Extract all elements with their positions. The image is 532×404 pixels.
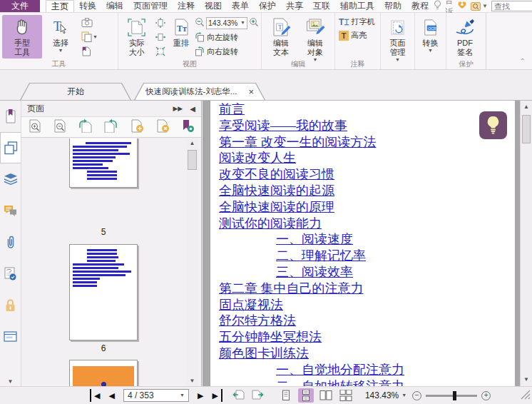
close-tab-icon[interactable]: × [248,87,254,96]
convert-button[interactable]: OCR 转换 ▼ [417,15,444,55]
scrollbar-thumb[interactable] [522,115,531,143]
zoom-in-icon[interactable] [249,17,259,29]
menu-item[interactable]: 表单 [227,0,254,12]
zoom-slider-knob[interactable] [453,391,456,400]
attachments-panel-icon[interactable] [0,226,21,258]
toc-link[interactable]: 前言 [219,101,245,118]
scroll-down-icon[interactable]: ▼ [186,376,198,386]
menu-item[interactable]: 转换 [74,0,101,12]
toc-link[interactable]: 五分钟静坐冥想法 [219,329,322,345]
facing-layout-icon[interactable] [318,388,334,403]
page-number-combobox[interactable]: 4 / 353 ▼ [123,389,189,402]
next-view-icon[interactable] [252,389,264,403]
menu-item[interactable]: 文件 [0,0,40,12]
toc-link[interactable]: 改变不良的阅读习惯 [219,166,334,183]
new-page-icon[interactable] [131,119,144,135]
toc-link[interactable]: 二、理解记忆率 [276,248,366,264]
toc-link[interactable]: 一、自觉地分配注意力 [276,362,404,378]
rotate-page-left-icon[interactable] [78,119,92,135]
edit-object-button[interactable]: 编辑对象 ▼ [298,15,332,64]
snapshot-search-icon[interactable]: ▼ [471,1,488,11]
toc-link[interactable]: 阅读改变人生 [219,150,296,166]
digital-signature-panel-icon[interactable] [0,258,21,289]
menu-item[interactable]: 教程 [406,0,434,12]
find-input[interactable] [491,1,532,11]
page-thumbnail-5[interactable] [69,138,138,188]
zoom-level-combobox[interactable]: 143.43% ▼ [206,17,247,29]
menu-item[interactable]: 注释 [173,0,200,12]
last-page-button[interactable]: ▶ [208,389,222,402]
fit-width-icon[interactable] [154,31,167,43]
menu-item[interactable]: 视图 [200,0,227,12]
snapshot-camera-icon[interactable] [80,16,99,29]
tab-start[interactable]: 开始 [20,83,131,100]
panel-expand-icon[interactable]: ▶▶ [173,105,183,112]
zoom-out-button[interactable]: − [412,391,421,400]
delete-page-icon[interactable] [156,119,170,135]
toc-link[interactable]: 舒尔特方格法 [219,313,296,329]
menu-item[interactable]: 辅助工具 [335,0,379,12]
page-thumbnail-7[interactable] [69,360,138,386]
scroll-down-icon[interactable]: ▼ [521,375,532,385]
dropdown-caret-icon[interactable]: ▼ [401,393,406,398]
actual-size-button[interactable]: 实际大小 [121,15,153,59]
continuous-layout-icon[interactable] [298,388,314,403]
menu-item[interactable]: 帮助 [379,0,406,12]
panel-collapse-icon[interactable]: ◀ [190,105,195,113]
assistant-button[interactable] [479,111,507,139]
previous-view-icon[interactable] [232,389,245,403]
more-panels-icon[interactable]: ▼ [0,377,21,386]
toc-link[interactable]: 享受阅读——我的故事 [219,118,347,134]
highlight-button[interactable]: T 高亮 [337,29,368,42]
toc-link[interactable]: 固点凝视法 [219,297,283,313]
collapse-ribbon-icon[interactable]: ⌃ [520,57,526,65]
bookmark-flag-icon[interactable] [80,45,99,57]
thumbnail-scrollbar[interactable]: ▲ ▼ [186,138,198,386]
edit-text-button[interactable]: T 编辑文本 [264,15,298,59]
status-zoom-value[interactable]: 143.43% [365,390,399,400]
menu-item[interactable]: 保护 [254,0,281,12]
facing-continuous-layout-icon[interactable] [338,388,354,403]
fit-page-icon[interactable] [154,16,167,29]
rotate-left-button[interactable]: 向左旋转 [195,31,259,44]
comments-panel-icon[interactable] [0,195,21,226]
thumbnail-zoom-in-icon[interactable] [29,119,41,135]
zoom-in-button[interactable]: + [481,391,491,400]
single-page-layout-icon[interactable] [278,388,294,403]
reflow-button[interactable]: Tт 重排 [168,15,195,49]
hand-tool-button[interactable]: 手型工具 [2,15,42,59]
select-tool-button[interactable]: T 选择 ▼ [42,15,79,55]
toc-link[interactable]: 第一章 改变一生的阅读方法 [219,134,377,151]
heart-donate-icon[interactable] [457,1,467,11]
previous-page-button[interactable]: ◀ [104,389,118,402]
rotate-page-right-icon[interactable] [104,119,118,135]
rotate-right-button[interactable]: 向右旋转 [195,45,259,58]
next-page-button[interactable]: ▶ [193,389,208,402]
layers-panel-icon[interactable] [0,163,21,195]
toc-link[interactable]: 一、阅读速度 [276,231,353,248]
menu-item[interactable]: 编辑 [101,0,128,12]
menu-item[interactable]: 主页 [46,0,74,12]
fit-visible-icon[interactable] [154,45,167,57]
bookmarks-panel-icon[interactable] [0,101,21,132]
toc-link[interactable]: 三、阅读效率 [276,264,353,281]
toc-link[interactable]: 全脑快速阅读的起源 [219,183,334,199]
toc-link[interactable]: 颜色图卡训练法 [219,345,309,362]
lightbulb-idea-icon[interactable] [434,0,441,12]
zoom-out-icon[interactable] [195,17,205,29]
scrollbar-thumb[interactable] [188,150,197,170]
scroll-up-icon[interactable]: ▲ [186,138,198,148]
toc-link[interactable]: 第二章 集中自己的注意力 [219,281,364,297]
paste-clipboard-icon[interactable]: ▼ [80,31,99,43]
page-manage-button[interactable]: 页面管理 ▼ [383,15,412,64]
tab-document[interactable]: 快速阅读训练法-刘志华... × [134,83,265,100]
thumbnail-zoom-out-icon[interactable] [53,119,66,135]
toc-link[interactable]: 全脑快速阅读的原理 [219,199,334,216]
security-panel-icon[interactable] [0,289,21,320]
pdf-sign-button[interactable]: PDF签名 [449,15,481,59]
fields-panel-icon[interactable] [0,320,21,352]
toc-link[interactable]: 测试你的阅读能力 [219,216,322,232]
menu-item[interactable]: 互联 [308,0,335,12]
zoom-slider[interactable] [426,395,477,397]
page-bookmark-flag-icon[interactable] [182,120,194,135]
